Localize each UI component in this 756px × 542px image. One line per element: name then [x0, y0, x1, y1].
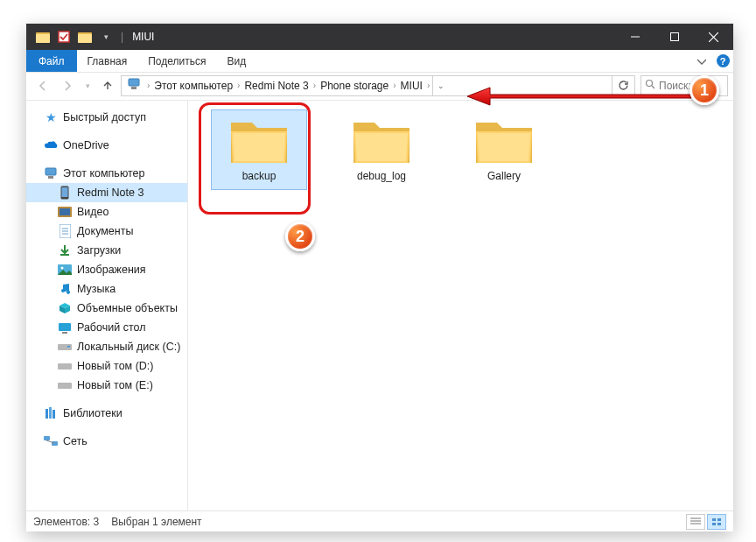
sidebar-item-label: Новый том (E:): [77, 379, 153, 391]
desktop-icon: [58, 320, 72, 334]
recent-dropdown-icon[interactable]: ▾: [80, 75, 94, 96]
forward-button[interactable]: [56, 75, 79, 96]
maximize-button[interactable]: [654, 24, 694, 50]
svg-rect-27: [62, 332, 67, 334]
folder-backup[interactable]: backup: [211, 109, 307, 190]
svg-rect-16: [62, 187, 68, 197]
svg-rect-14: [48, 176, 53, 179]
help-button[interactable]: ?: [712, 50, 733, 72]
svg-rect-18: [60, 208, 70, 215]
explorer-window: ▾ | MIUI Файл Главная Поделиться Вид ? ▾: [26, 24, 733, 531]
pc-icon: [44, 166, 58, 180]
sidebar-item-drive-c[interactable]: Локальный диск (C:): [26, 337, 187, 356]
svg-rect-6: [670, 33, 678, 41]
folder-label: debug_log: [357, 170, 406, 182]
chevron-right-icon[interactable]: ›: [311, 81, 318, 90]
breadcrumb-item[interactable]: MIUI: [399, 80, 424, 92]
chevron-right-icon[interactable]: ›: [234, 81, 242, 90]
folder-label: backup: [242, 170, 276, 182]
folder-gallery[interactable]: Gallery: [456, 109, 552, 190]
sidebar-libraries[interactable]: Библиотеки: [26, 404, 187, 423]
explorer-body: ★ Быстрый доступ OneDrive Этот компьютер…: [26, 101, 733, 510]
svg-line-12: [652, 86, 654, 88]
sidebar-item-drive-d[interactable]: Новый том (D:): [26, 356, 187, 376]
sidebar-item-label: Сеть: [63, 435, 88, 447]
svg-rect-13: [46, 168, 56, 175]
titlebar: ▾ | MIUI: [26, 24, 733, 50]
tab-home[interactable]: Главная: [77, 50, 138, 72]
sidebar-this-pc[interactable]: Этот компьютер: [26, 164, 187, 183]
minimize-button[interactable]: [615, 24, 654, 50]
sidebar-quick-access[interactable]: ★ Быстрый доступ: [26, 108, 187, 127]
qat-dropdown-icon[interactable]: ▾: [96, 27, 116, 46]
ribbon-expand-icon[interactable]: [691, 50, 712, 72]
svg-rect-26: [59, 323, 71, 331]
up-button[interactable]: [96, 75, 119, 96]
new-folder-icon[interactable]: [75, 27, 94, 46]
chevron-right-icon[interactable]: ›: [390, 81, 398, 90]
onedrive-icon: [44, 138, 58, 152]
svg-point-11: [647, 81, 653, 87]
icons-view-button[interactable]: [707, 514, 726, 530]
sidebar-item-pictures[interactable]: Изображения: [26, 260, 187, 279]
address-dropdown-icon[interactable]: ⌄: [432, 76, 448, 95]
sidebar-item-label: Рабочий стол: [77, 321, 145, 334]
breadcrumb-item[interactable]: Этот компьютер: [152, 80, 234, 92]
close-button[interactable]: [694, 24, 733, 50]
search-input[interactable]: Поиск: M...: [640, 75, 728, 96]
svg-rect-44: [718, 523, 721, 525]
titlebar-divider: |: [121, 31, 123, 43]
address-bar-row: ▾ › Этот компьютер › Redmi Note 3 › Phon…: [26, 73, 733, 101]
folder-debug-log[interactable]: debug_log: [333, 109, 430, 190]
status-item-count: Элементов: 3: [33, 516, 99, 528]
svg-rect-32: [46, 409, 48, 419]
sidebar-item-label: Локальный диск (C:): [77, 341, 180, 353]
sidebar-item-label: Видео: [77, 206, 109, 218]
breadcrumb-item[interactable]: Phone storage: [318, 80, 390, 92]
sidebar-item-label: Объемные объекты: [77, 302, 178, 314]
chevron-right-icon[interactable]: ›: [144, 81, 152, 90]
sidebar-onedrive[interactable]: OneDrive: [26, 136, 187, 155]
file-tab[interactable]: Файл: [26, 50, 77, 72]
sidebar-item-redmi[interactable]: Redmi Note 3: [26, 183, 187, 202]
address-bar[interactable]: › Этот компьютер › Redmi Note 3 › Phone …: [121, 75, 635, 96]
sidebar-item-downloads[interactable]: Загрузки: [26, 241, 187, 260]
video-icon: [58, 205, 72, 219]
svg-rect-9: [129, 79, 139, 86]
sidebar-item-documents[interactable]: Документы: [26, 222, 187, 241]
star-icon: ★: [44, 110, 58, 124]
sidebar-item-label: Библиотеки: [63, 407, 122, 419]
svg-rect-34: [52, 410, 55, 419]
downloads-icon: [58, 243, 72, 257]
svg-rect-2: [59, 32, 69, 42]
sidebar-item-label: Музыка: [77, 283, 116, 295]
back-button[interactable]: [32, 75, 54, 96]
svg-point-25: [61, 267, 64, 270]
navigation-pane: ★ Быстрый доступ OneDrive Этот компьютер…: [26, 101, 188, 510]
content-pane[interactable]: backup debug_log Gallery: [188, 101, 733, 510]
sidebar-item-drive-e[interactable]: Новый том (E:): [26, 376, 187, 395]
sidebar-item-3d[interactable]: Объемные объекты: [26, 299, 187, 318]
status-bar: Элементов: 3 Выбран 1 элемент: [26, 510, 733, 531]
properties-icon[interactable]: [54, 27, 74, 46]
svg-rect-36: [52, 441, 58, 446]
sidebar-item-desktop[interactable]: Рабочий стол: [26, 318, 187, 337]
tab-share[interactable]: Поделиться: [137, 50, 216, 72]
folder-grid: backup debug_log Gallery: [193, 109, 728, 190]
breadcrumb-item[interactable]: Redmi Note 3: [242, 80, 310, 92]
sidebar-item-music[interactable]: Музыка: [26, 279, 187, 299]
drive-icon: [58, 378, 72, 392]
pictures-icon: [58, 263, 72, 277]
sidebar-network[interactable]: Сеть: [26, 432, 187, 451]
svg-rect-43: [712, 523, 716, 525]
view-switcher: [686, 514, 726, 530]
details-view-button[interactable]: [686, 514, 705, 530]
sidebar-item-videos[interactable]: Видео: [26, 202, 187, 222]
drive-icon: [58, 359, 72, 373]
sidebar-item-label: Документы: [77, 225, 133, 237]
sidebar-item-label: OneDrive: [63, 139, 109, 151]
refresh-button[interactable]: [612, 76, 634, 95]
chevron-right-icon[interactable]: ›: [424, 81, 432, 90]
svg-rect-4: [78, 34, 92, 43]
tab-view[interactable]: Вид: [216, 50, 256, 72]
